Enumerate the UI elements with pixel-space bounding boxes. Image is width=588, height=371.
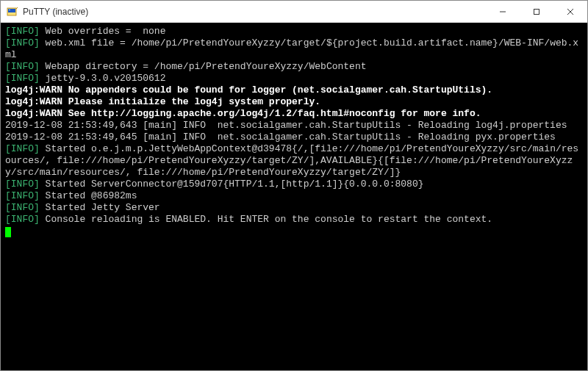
log-text: log4j:WARN See http://logging.apache.org… [5, 108, 481, 119]
info-tag: [INFO] [5, 202, 40, 213]
terminal-output[interactable]: [INFO] Web overrides = none[INFO] web.xm… [1, 23, 587, 370]
info-tag: [INFO] [5, 73, 40, 84]
putty-window: PuTTY (inactive) [INFO] Web overrides = … [0, 0, 588, 371]
log-text: Console reloading is ENABLED. Hit ENTER … [40, 214, 492, 225]
terminal-line: [INFO] Webapp directory = /home/pi/Prete… [5, 61, 583, 73]
info-tag: [INFO] [5, 143, 40, 154]
info-tag: [INFO] [5, 190, 40, 201]
putty-icon [7, 6, 18, 18]
log-text: web.xml file = /home/pi/PretendYoureXyzz… [5, 37, 578, 60]
log-text: Started o.e.j.m.p.JettyWebAppContext@d39… [5, 143, 578, 178]
maximize-button[interactable] [520, 1, 553, 22]
terminal-line: [INFO] Started o.e.j.m.p.JettyWebAppCont… [5, 143, 583, 179]
log-text: Started Jetty Server [40, 202, 160, 213]
window-controls [486, 1, 587, 22]
terminal-line: 2019-12-08 21:53:49,645 [main] INFO net.… [5, 132, 583, 143]
terminal-line: 2019-12-08 21:53:49,643 [main] INFO net.… [5, 120, 583, 132]
cursor-block [5, 227, 11, 237]
titlebar[interactable]: PuTTY (inactive) [1, 1, 587, 23]
terminal-line: log4j:WARN Please initialize the log4j s… [5, 96, 583, 108]
log-text: Started @86982ms [40, 190, 137, 201]
svg-line-3 [16, 7, 18, 9]
terminal-line: [INFO] Web overrides = none [5, 26, 583, 37]
terminal-line: [INFO] Started Jetty Server [5, 202, 583, 214]
svg-rect-2 [9, 10, 10, 10]
cursor-line [5, 226, 583, 237]
log-text: 2019-12-08 21:53:49,645 [main] INFO net.… [5, 132, 556, 143]
info-tag: [INFO] [5, 179, 40, 190]
minimize-button[interactable] [486, 1, 520, 22]
close-button[interactable] [553, 1, 587, 22]
info-tag: [INFO] [5, 37, 40, 48]
log-text: Web overrides = none [40, 26, 166, 37]
log-text: 2019-12-08 21:53:49,643 [main] INFO net.… [5, 120, 567, 131]
terminal-line: [INFO] Started ServerConnector@159d707{H… [5, 179, 583, 190]
info-tag: [INFO] [5, 61, 40, 72]
terminal-line: [INFO] Console reloading is ENABLED. Hit… [5, 214, 583, 226]
terminal-line: [INFO] jetty-9.3.0.v20150612 [5, 73, 583, 84]
log-text: Started ServerConnector@159d707{HTTP/1.1… [40, 179, 424, 190]
terminal-line: log4j:WARN See http://logging.apache.org… [5, 108, 583, 120]
log-text: jetty-9.3.0.v20150612 [40, 73, 166, 84]
info-tag: [INFO] [5, 214, 40, 225]
info-tag: [INFO] [5, 26, 40, 37]
log-text: log4j:WARN Please initialize the log4j s… [5, 96, 320, 107]
terminal-line: [INFO] web.xml file = /home/pi/PretendYo… [5, 37, 583, 61]
window-title: PuTTY (inactive) [23, 7, 88, 17]
svg-rect-5 [534, 9, 539, 14]
log-text: Webapp directory = /home/pi/PretendYoure… [40, 61, 367, 72]
svg-rect-1 [8, 9, 15, 12]
log-text: log4j:WARN No appenders could be found f… [5, 84, 492, 96]
terminal-line: [INFO] Started @86982ms [5, 190, 583, 202]
terminal-line: log4j:WARN No appenders could be found f… [5, 84, 583, 96]
